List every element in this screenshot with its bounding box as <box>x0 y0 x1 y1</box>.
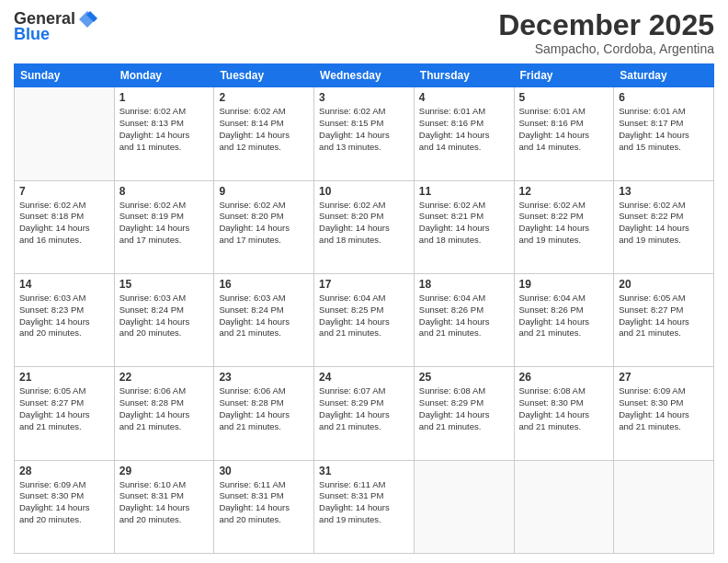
cell-info: Sunrise: 6:02 AM Sunset: 8:20 PM Dayligh… <box>219 200 309 247</box>
cell-day-number: 2 <box>219 91 309 104</box>
cell-day-number: 30 <box>219 465 309 477</box>
calendar-week-row: 28Sunrise: 6:09 AM Sunset: 8:30 PM Dayli… <box>15 460 714 553</box>
table-row: 7Sunrise: 6:02 AM Sunset: 8:18 PM Daylig… <box>15 180 115 273</box>
title-block: December 2025 Sampacho, Cordoba, Argenti… <box>498 9 714 56</box>
table-row: 17Sunrise: 6:04 AM Sunset: 8:25 PM Dayli… <box>314 273 415 366</box>
cell-day-number: 13 <box>619 185 709 198</box>
cell-info: Sunrise: 6:04 AM Sunset: 8:26 PM Dayligh… <box>419 293 509 339</box>
table-row: 14Sunrise: 6:03 AM Sunset: 8:23 PM Dayli… <box>15 273 115 366</box>
cell-day-number: 6 <box>619 91 709 104</box>
col-wednesday: Wednesday <box>314 64 415 87</box>
cell-day-number: 15 <box>119 278 210 291</box>
table-row: 3Sunrise: 6:02 AM Sunset: 8:15 PM Daylig… <box>314 87 415 180</box>
col-saturday: Saturday <box>614 64 714 87</box>
col-sunday: Sunday <box>15 64 115 87</box>
logo-icon <box>77 9 97 29</box>
cell-info: Sunrise: 6:02 AM Sunset: 8:18 PM Dayligh… <box>19 200 109 247</box>
table-row: 10Sunrise: 6:02 AM Sunset: 8:20 PM Dayli… <box>314 180 415 273</box>
cell-day-number: 17 <box>319 278 409 291</box>
cell-day-number: 3 <box>319 91 409 104</box>
logo: General Blue <box>14 9 97 44</box>
table-row <box>414 460 514 553</box>
cell-info: Sunrise: 6:02 AM Sunset: 8:22 PM Dayligh… <box>619 200 709 247</box>
cell-info: Sunrise: 6:11 AM Sunset: 8:31 PM Dayligh… <box>219 479 309 526</box>
table-row: 25Sunrise: 6:08 AM Sunset: 8:29 PM Dayli… <box>414 367 514 460</box>
cell-day-number: 10 <box>319 185 409 198</box>
cell-info: Sunrise: 6:06 AM Sunset: 8:28 PM Dayligh… <box>219 385 309 432</box>
cell-info: Sunrise: 6:01 AM Sunset: 8:16 PM Dayligh… <box>519 106 609 153</box>
table-row: 28Sunrise: 6:09 AM Sunset: 8:30 PM Dayli… <box>15 460 115 553</box>
location-subtitle: Sampacho, Cordoba, Argentina <box>498 41 714 56</box>
cell-day-number: 20 <box>619 278 709 291</box>
table-row: 8Sunrise: 6:02 AM Sunset: 8:19 PM Daylig… <box>114 180 214 273</box>
cell-info: Sunrise: 6:06 AM Sunset: 8:28 PM Dayligh… <box>119 385 210 432</box>
table-row <box>514 460 614 553</box>
calendar-page: General Blue December 2025 Sampacho, Cor… <box>0 0 728 563</box>
cell-day-number: 9 <box>219 185 309 198</box>
table-row: 22Sunrise: 6:06 AM Sunset: 8:28 PM Dayli… <box>114 367 214 460</box>
cell-info: Sunrise: 6:09 AM Sunset: 8:30 PM Dayligh… <box>619 385 709 432</box>
table-row: 23Sunrise: 6:06 AM Sunset: 8:28 PM Dayli… <box>214 367 314 460</box>
cell-info: Sunrise: 6:02 AM Sunset: 8:19 PM Dayligh… <box>119 200 210 247</box>
cell-day-number: 25 <box>419 371 509 384</box>
table-row: 4Sunrise: 6:01 AM Sunset: 8:16 PM Daylig… <box>414 87 514 180</box>
calendar-week-row: 21Sunrise: 6:05 AM Sunset: 8:27 PM Dayli… <box>15 367 714 460</box>
cell-day-number: 5 <box>519 91 609 104</box>
col-thursday: Thursday <box>414 64 514 87</box>
table-row: 9Sunrise: 6:02 AM Sunset: 8:20 PM Daylig… <box>214 180 314 273</box>
cell-info: Sunrise: 6:03 AM Sunset: 8:24 PM Dayligh… <box>219 293 309 339</box>
cell-info: Sunrise: 6:10 AM Sunset: 8:31 PM Dayligh… <box>119 479 210 526</box>
table-row: 2Sunrise: 6:02 AM Sunset: 8:14 PM Daylig… <box>214 87 314 180</box>
cell-info: Sunrise: 6:02 AM Sunset: 8:14 PM Dayligh… <box>219 106 309 153</box>
table-row: 13Sunrise: 6:02 AM Sunset: 8:22 PM Dayli… <box>614 180 714 273</box>
calendar-table: Sunday Monday Tuesday Wednesday Thursday… <box>14 63 714 554</box>
cell-info: Sunrise: 6:11 AM Sunset: 8:31 PM Dayligh… <box>319 479 409 526</box>
table-row: 21Sunrise: 6:05 AM Sunset: 8:27 PM Dayli… <box>15 367 115 460</box>
cell-day-number: 8 <box>119 185 210 198</box>
table-row: 16Sunrise: 6:03 AM Sunset: 8:24 PM Dayli… <box>214 273 314 366</box>
cell-day-number: 31 <box>319 465 409 477</box>
table-row <box>614 460 714 553</box>
table-row: 26Sunrise: 6:08 AM Sunset: 8:30 PM Dayli… <box>514 367 614 460</box>
table-row: 1Sunrise: 6:02 AM Sunset: 8:13 PM Daylig… <box>114 87 214 180</box>
table-row: 5Sunrise: 6:01 AM Sunset: 8:16 PM Daylig… <box>514 87 614 180</box>
cell-day-number: 14 <box>19 278 109 291</box>
cell-info: Sunrise: 6:02 AM Sunset: 8:20 PM Dayligh… <box>319 200 409 247</box>
cell-info: Sunrise: 6:08 AM Sunset: 8:29 PM Dayligh… <box>419 385 509 432</box>
cell-info: Sunrise: 6:04 AM Sunset: 8:26 PM Dayligh… <box>519 293 609 339</box>
cell-info: Sunrise: 6:01 AM Sunset: 8:16 PM Dayligh… <box>419 106 509 153</box>
cell-info: Sunrise: 6:05 AM Sunset: 8:27 PM Dayligh… <box>19 385 109 432</box>
table-row: 19Sunrise: 6:04 AM Sunset: 8:26 PM Dayli… <box>514 273 614 366</box>
cell-info: Sunrise: 6:02 AM Sunset: 8:22 PM Dayligh… <box>519 200 609 247</box>
cell-info: Sunrise: 6:05 AM Sunset: 8:27 PM Dayligh… <box>619 293 709 339</box>
calendar-week-row: 14Sunrise: 6:03 AM Sunset: 8:23 PM Dayli… <box>15 273 714 366</box>
cell-info: Sunrise: 6:02 AM Sunset: 8:21 PM Dayligh… <box>419 200 509 247</box>
cell-info: Sunrise: 6:09 AM Sunset: 8:30 PM Dayligh… <box>19 479 109 526</box>
table-row: 29Sunrise: 6:10 AM Sunset: 8:31 PM Dayli… <box>114 460 214 553</box>
cell-day-number: 27 <box>619 371 709 384</box>
calendar-header-row: Sunday Monday Tuesday Wednesday Thursday… <box>15 64 714 87</box>
cell-day-number: 28 <box>19 465 109 477</box>
cell-info: Sunrise: 6:08 AM Sunset: 8:30 PM Dayligh… <box>519 385 609 432</box>
cell-info: Sunrise: 6:07 AM Sunset: 8:29 PM Dayligh… <box>319 385 409 432</box>
cell-info: Sunrise: 6:03 AM Sunset: 8:23 PM Dayligh… <box>19 293 109 339</box>
cell-day-number: 1 <box>119 91 210 104</box>
month-title: December 2025 <box>498 9 714 41</box>
col-friday: Friday <box>514 64 614 87</box>
cell-day-number: 21 <box>19 371 109 384</box>
cell-day-number: 29 <box>119 465 210 477</box>
table-row: 18Sunrise: 6:04 AM Sunset: 8:26 PM Dayli… <box>414 273 514 366</box>
table-row: 30Sunrise: 6:11 AM Sunset: 8:31 PM Dayli… <box>214 460 314 553</box>
cell-day-number: 16 <box>219 278 309 291</box>
cell-info: Sunrise: 6:01 AM Sunset: 8:17 PM Dayligh… <box>619 106 709 153</box>
cell-info: Sunrise: 6:02 AM Sunset: 8:13 PM Dayligh… <box>119 106 210 153</box>
calendar-week-row: 1Sunrise: 6:02 AM Sunset: 8:13 PM Daylig… <box>15 87 714 180</box>
cell-info: Sunrise: 6:03 AM Sunset: 8:24 PM Dayligh… <box>119 293 210 339</box>
header: General Blue December 2025 Sampacho, Cor… <box>14 9 714 56</box>
table-row: 31Sunrise: 6:11 AM Sunset: 8:31 PM Dayli… <box>314 460 415 553</box>
cell-day-number: 18 <box>419 278 509 291</box>
table-row: 24Sunrise: 6:07 AM Sunset: 8:29 PM Dayli… <box>314 367 415 460</box>
table-row: 11Sunrise: 6:02 AM Sunset: 8:21 PM Dayli… <box>414 180 514 273</box>
cell-day-number: 11 <box>419 185 509 198</box>
col-monday: Monday <box>114 64 214 87</box>
